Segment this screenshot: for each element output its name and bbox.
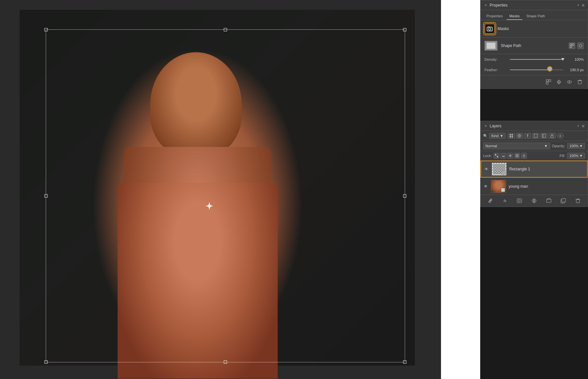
kind-arrow: ▼ [500, 134, 503, 138]
lock-image-icon[interactable] [500, 153, 506, 159]
props-icon-delete[interactable] [576, 78, 584, 86]
handle-middle-left[interactable] [44, 194, 48, 197]
handle-bottom-left[interactable] [44, 360, 48, 364]
lock-all-icon[interactable] [521, 153, 527, 159]
svg-rect-23 [497, 156, 498, 157]
blend-mode-arrow: ▼ [544, 144, 548, 148]
properties-collapse-button[interactable]: « [577, 3, 579, 7]
props-icon-visibility[interactable] [565, 78, 573, 86]
handle-top-left[interactable] [44, 28, 48, 31]
layers-group-button[interactable] [545, 197, 553, 205]
shape-path-icon-1[interactable] [569, 42, 575, 49]
layers-add-mask-button[interactable] [515, 197, 523, 205]
layers-close-button[interactable]: × [484, 124, 488, 128]
layers-duplicate-button[interactable] [559, 197, 567, 205]
handle-bottom-right[interactable] [403, 360, 406, 364]
masks-section-header: Masks [481, 20, 588, 38]
tab-properties[interactable]: Properties [484, 13, 505, 20]
feather-slider[interactable] [510, 67, 563, 72]
transform-center[interactable] [206, 203, 213, 209]
tab-masks[interactable]: Masks [507, 13, 522, 20]
crosshair-dot [208, 204, 211, 208]
fill-value-field[interactable]: 100% ▼ [567, 153, 585, 159]
layer-thumbnail-mask [502, 171, 506, 175]
filter-text-icon[interactable]: T [524, 133, 531, 139]
layers-header-left: × Layers [484, 124, 501, 128]
layers-fx-button[interactable]: fx [501, 197, 509, 205]
layer-rectangle1-visibility[interactable]: 👁 [484, 167, 489, 171]
feather-row: Feather: 190.0 px [481, 65, 588, 75]
shape-path-action-icons [569, 42, 584, 49]
layer-youngman-visibility[interactable]: 👁 [483, 184, 488, 189]
svg-rect-5 [570, 46, 572, 48]
layers-panel: × Layers « ≡ 🔍 Kind ▼ T [480, 121, 588, 207]
svg-rect-8 [546, 82, 548, 84]
tab-shape-path[interactable]: Shape Path [524, 13, 548, 20]
feather-label: Feather: [484, 68, 507, 72]
layer-item-youngman[interactable]: 👁 young man [481, 178, 588, 195]
shape-path-preview [484, 41, 498, 51]
layers-adjustment-button[interactable] [530, 197, 538, 205]
handle-middle-right[interactable] [403, 194, 406, 197]
density-slider[interactable] [510, 57, 563, 62]
density-label: Density: [484, 57, 507, 61]
layer-rectangle1-name: Rectangle 1 [509, 167, 584, 171]
layers-panel-title: Layers [490, 124, 501, 128]
filter-type-icons: T ● [508, 133, 564, 139]
density-value: 100% [566, 57, 584, 61]
handle-top-right[interactable] [403, 28, 406, 31]
layers-kind-dropdown[interactable]: Kind ▼ [489, 133, 506, 139]
opacity-dropdown-arrow: ▼ [579, 144, 583, 148]
filter-pixel-icon[interactable] [508, 133, 515, 139]
svg-rect-24 [497, 154, 498, 155]
svg-rect-27 [516, 155, 518, 156]
white-spacer [441, 0, 480, 379]
opacity-value-text: 100% [569, 144, 579, 148]
svg-rect-22 [495, 154, 496, 155]
handle-top-middle[interactable] [224, 28, 227, 31]
lock-artboard-icon[interactable] [514, 153, 520, 159]
props-icon-refine[interactable] [545, 78, 552, 86]
layers-bottom-toolbar: fx [481, 195, 588, 207]
lock-move-icon[interactable] [507, 153, 513, 159]
lock-transparency-icon[interactable] [494, 153, 499, 159]
opacity-value-field[interactable]: 100% ▼ [567, 143, 585, 149]
properties-close-button[interactable]: × [484, 3, 488, 7]
svg-rect-18 [534, 134, 537, 137]
filter-smart-icon[interactable] [540, 133, 547, 139]
layers-menu-button[interactable]: ≡ [582, 123, 584, 129]
properties-tabs: Properties Masks Shape Path [481, 10, 588, 20]
properties-panel-title: Properties [490, 3, 508, 8]
shape-path-label: Shape Path [501, 43, 565, 48]
properties-menu-button[interactable]: ≡ [582, 3, 584, 8]
svg-rect-16 [512, 136, 513, 137]
layer-item-rectangle1[interactable]: 👁 Rectangle 1 [481, 161, 588, 178]
filter-lock-icon[interactable] [548, 133, 556, 139]
svg-rect-25 [495, 156, 496, 157]
lock-icons-group [494, 153, 527, 159]
layers-filter-bar: 🔍 Kind ▼ T ● [481, 131, 588, 141]
handle-bottom-middle[interactable] [224, 360, 227, 364]
selection-box [46, 29, 405, 362]
svg-rect-15 [510, 136, 511, 137]
filter-shape-icon[interactable] [532, 133, 539, 139]
blend-mode-dropdown[interactable]: Normal ▼ [483, 143, 550, 149]
fill-dropdown-arrow: ▼ [579, 154, 583, 158]
svg-rect-12 [578, 81, 581, 84]
blend-opacity-row: Normal ▼ Opacity: 100% ▼ [481, 141, 588, 151]
layer-youngman-thumbnail [491, 180, 506, 193]
shape-path-row: Shape Path [481, 38, 588, 54]
layers-link-button[interactable] [486, 197, 494, 205]
layers-delete-button[interactable] [574, 197, 582, 205]
density-slider-thumb[interactable] [561, 58, 564, 61]
properties-panel-header: × Properties « ≡ [481, 0, 588, 10]
props-icon-invert[interactable] [555, 78, 563, 86]
feather-slider-thumb[interactable] [547, 66, 552, 71]
lock-label: Lock: [483, 154, 492, 158]
layers-collapse-button[interactable]: « [577, 124, 579, 128]
masks-icon-ring [483, 22, 496, 35]
filter-toggle-button[interactable]: ● [557, 133, 564, 139]
filter-adjustment-icon[interactable] [516, 133, 523, 139]
shape-path-icon-2[interactable] [577, 42, 584, 49]
svg-rect-3 [570, 44, 572, 45]
